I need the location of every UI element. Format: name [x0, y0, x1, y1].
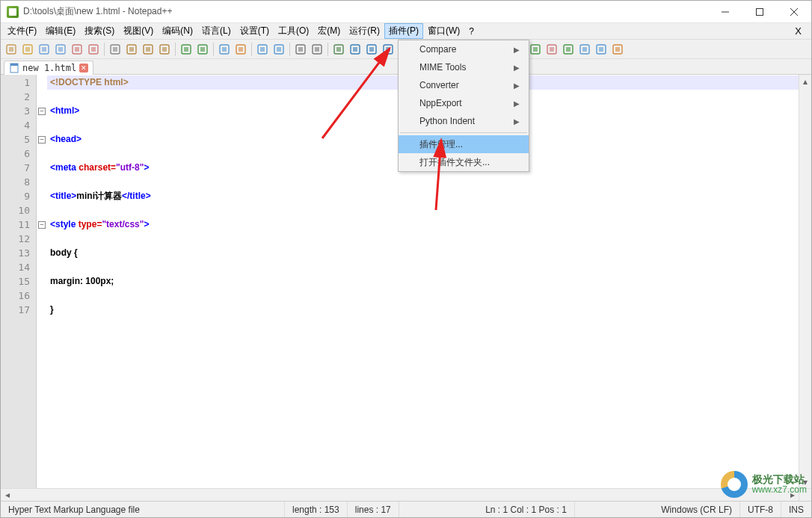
window-title: D:\tools\桌面\new 1.html - Notepad++: [23, 5, 708, 18]
macro4-button[interactable]: [577, 42, 592, 57]
menu-item-mime-tools[interactable]: MIME Tools▶: [399, 58, 529, 76]
menu-编码n[interactable]: 编码(N): [158, 23, 197, 39]
file-icon: [9, 63, 19, 73]
doc-map-button[interactable]: [381, 42, 396, 57]
menu-item-打开插件文件夹[interactable]: 打开插件文件夹...: [399, 153, 529, 171]
menubar-close-x[interactable]: X: [787, 25, 809, 37]
status-filetype: Hyper Text Markup Language file: [1, 502, 285, 517]
menu-宏m[interactable]: 宏(M): [313, 23, 345, 39]
menu-item-python-indent[interactable]: Python Indent▶: [399, 112, 529, 130]
save-all-button[interactable]: [53, 42, 68, 57]
macro6-button[interactable]: [610, 42, 625, 57]
line-number: 8: [1, 175, 36, 189]
svg-rect-31: [239, 47, 243, 52]
tab-label: new 1.html: [22, 63, 76, 73]
save-button[interactable]: [37, 42, 52, 57]
menu-?[interactable]: ?: [464, 25, 479, 38]
menu-视图v[interactable]: 视图(V): [119, 23, 158, 39]
close-all-button[interactable]: [86, 42, 101, 57]
status-insert-mode[interactable]: INS: [781, 502, 811, 517]
zoom-out-button[interactable]: [271, 42, 286, 57]
menu-窗口w[interactable]: 窗口(W): [423, 23, 464, 39]
line-number: 1: [1, 75, 36, 90]
statusbar: Hyper Text Markup Language file length :…: [1, 501, 811, 517]
undo-button[interactable]: [179, 42, 194, 57]
indent-guide-button[interactable]: [348, 42, 363, 57]
paste-button[interactable]: [157, 42, 172, 57]
code-line: <title>mini计算器</title>: [47, 189, 799, 203]
line-number: 12: [1, 232, 36, 246]
new-file-button[interactable]: [4, 42, 19, 57]
menu-item-nppexport[interactable]: NppExport▶: [399, 94, 529, 112]
macro5-button[interactable]: [594, 42, 609, 57]
close-button[interactable]: [777, 1, 811, 22]
minimize-button[interactable]: [708, 1, 742, 22]
fold-cell: −: [37, 132, 47, 147]
fold-cell: [37, 274, 47, 289]
fold-toggle-icon[interactable]: −: [38, 136, 46, 144]
menu-插件p[interactable]: 插件(P): [384, 23, 423, 39]
zoom-in-button[interactable]: [255, 42, 270, 57]
show-all-button[interactable]: [331, 42, 346, 57]
maximize-button[interactable]: [742, 1, 777, 22]
macro1-button[interactable]: [528, 42, 543, 57]
tab-close-icon[interactable]: ✕: [79, 64, 88, 73]
svg-rect-15: [91, 47, 96, 52]
scroll-left-icon[interactable]: ◂: [1, 489, 13, 501]
fold-cell: [37, 189, 47, 203]
wordwrap-button[interactable]: [310, 42, 325, 57]
print-button[interactable]: [108, 42, 123, 57]
find-button[interactable]: [217, 42, 232, 57]
redo-button[interactable]: [195, 42, 210, 57]
cut-button[interactable]: [124, 42, 139, 57]
copy-button[interactable]: [141, 42, 156, 57]
line-number: 15: [1, 274, 36, 289]
fold-cell: [37, 75, 47, 90]
code-line: [47, 203, 799, 218]
udl-button[interactable]: [364, 42, 379, 57]
svg-rect-63: [533, 47, 538, 52]
macro2-button[interactable]: [544, 42, 559, 57]
status-lines: lines : 17: [348, 502, 399, 517]
svg-rect-23: [162, 47, 167, 52]
close-button[interactable]: [70, 42, 84, 57]
fold-cell: −: [37, 104, 47, 118]
menu-item-插件管理[interactable]: 插件管理...: [399, 135, 529, 153]
scroll-up-icon[interactable]: ▴: [799, 75, 811, 87]
menu-编辑e[interactable]: 编辑(E): [41, 23, 80, 39]
menu-工具o[interactable]: 工具(O): [274, 23, 313, 39]
svg-rect-25: [184, 47, 188, 52]
menu-item-compare[interactable]: Compare▶: [399, 40, 529, 58]
fold-cell: −: [37, 218, 47, 232]
svg-rect-29: [222, 47, 227, 52]
titlebar: D:\tools\桌面\new 1.html - Notepad++: [1, 1, 811, 23]
line-number: 16: [1, 289, 36, 303]
fold-toggle-icon[interactable]: −: [38, 221, 46, 229]
svg-rect-69: [582, 47, 587, 52]
fold-cell: [37, 118, 47, 132]
replace-button[interactable]: [233, 42, 248, 57]
open-file-button[interactable]: [20, 42, 35, 57]
sync-button[interactable]: [293, 42, 308, 57]
submenu-arrow-icon: ▶: [514, 81, 520, 90]
menu-item-converter[interactable]: Converter▶: [399, 76, 529, 94]
menu-运行r[interactable]: 运行(R): [345, 23, 384, 39]
app-window: D:\tools\桌面\new 1.html - Notepad++ 文件(F)…: [0, 0, 812, 518]
line-number: 7: [1, 161, 36, 175]
menu-搜索s[interactable]: 搜索(S): [80, 23, 119, 39]
status-encoding[interactable]: UTF-8: [740, 502, 781, 517]
horizontal-scrollbar[interactable]: ◂ ▸: [1, 488, 811, 501]
fold-toggle-icon[interactable]: −: [38, 108, 46, 115]
fold-cell: [37, 90, 47, 104]
menu-语言l[interactable]: 语言(L): [197, 23, 236, 39]
svg-rect-19: [129, 47, 134, 52]
macro3-button[interactable]: [561, 42, 576, 57]
menu-设置t[interactable]: 设置(T): [236, 23, 274, 39]
menu-文件f[interactable]: 文件(F): [3, 23, 41, 39]
vertical-scrollbar[interactable]: ▴ ▾: [799, 75, 811, 488]
fold-cell: [37, 203, 47, 218]
status-eol[interactable]: Windows (CR LF): [653, 502, 740, 517]
fold-cell: [37, 147, 47, 161]
menubar: 文件(F)编辑(E)搜索(S)视图(V)编码(N)语言(L)设置(T)工具(O)…: [1, 23, 811, 40]
tab-new1[interactable]: new 1.html ✕: [4, 61, 93, 75]
